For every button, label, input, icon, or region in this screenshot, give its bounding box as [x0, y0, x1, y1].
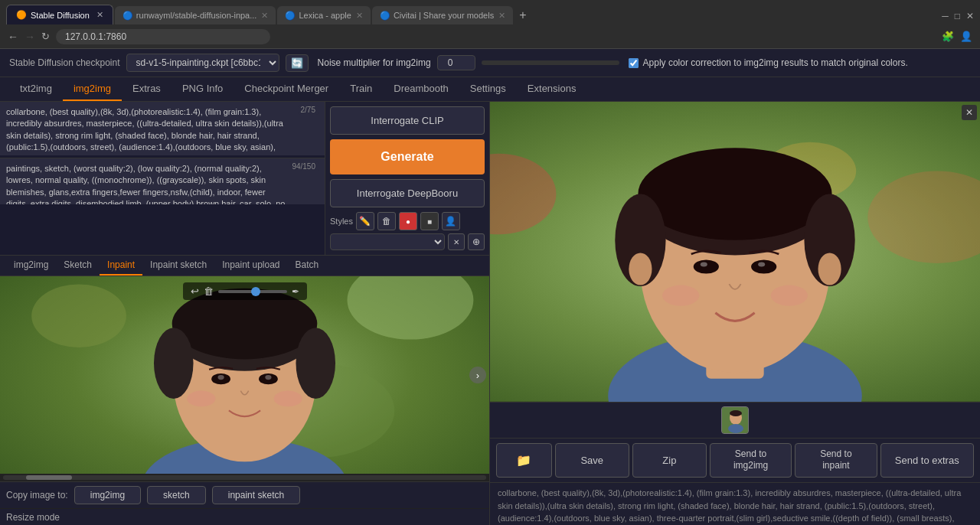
- maximize-button[interactable]: □: [955, 11, 960, 21]
- positive-char-count: 2/75: [298, 105, 318, 115]
- sub-tab-inpaint-sketch[interactable]: Inpaint sketch: [142, 256, 214, 276]
- extensions-icon[interactable]: 🧩: [942, 31, 954, 42]
- tab-extensions[interactable]: Extensions: [517, 77, 587, 101]
- color-correction-section: Apply color correction to img2img result…: [629, 57, 908, 68]
- refresh-checkpoint-button[interactable]: 🔄: [286, 54, 309, 72]
- output-image: [490, 102, 980, 402]
- brush-clear-button[interactable]: 🗑: [204, 285, 214, 297]
- copy-to-inpaint-sketch-button[interactable]: inpaint sketch: [212, 486, 300, 504]
- save-button[interactable]: Save: [555, 443, 629, 478]
- negative-prompt[interactable]: paintings, sketch, (worst quality:2), (l…: [0, 158, 325, 204]
- sub-tab-img2img[interactable]: img2img: [6, 256, 56, 276]
- tab-icon: 🟠: [16, 10, 27, 20]
- style-edit-icon[interactable]: ✏️: [356, 212, 374, 230]
- tab-close3[interactable]: ✕: [356, 11, 363, 21]
- tab-close[interactable]: ✕: [96, 10, 103, 20]
- zip-button[interactable]: Zip: [632, 443, 707, 478]
- svg-point-15: [187, 391, 215, 407]
- style-delete-icon[interactable]: 🗑: [377, 212, 396, 230]
- tab-close4[interactable]: ✕: [498, 11, 505, 21]
- tab-civitai[interactable]: 🔵 Civitai | Share your models ✕: [372, 6, 513, 24]
- styles-add-icon[interactable]: ⊕: [468, 233, 485, 250]
- profile-icon[interactable]: 👤: [960, 31, 972, 42]
- canvas-area[interactable]: ↩ 🗑 ✒ ›: [0, 276, 489, 474]
- tab-img2img[interactable]: img2img: [63, 77, 122, 101]
- send-to-inpaint-button[interactable]: Send toinpaint: [795, 443, 877, 478]
- svg-point-31: [818, 253, 841, 285]
- generate-button[interactable]: Generate: [330, 139, 485, 174]
- noise-input[interactable]: [437, 55, 475, 70]
- tab-stable-diffusion[interactable]: 🟠 Stable Diffusion ✕: [6, 5, 113, 24]
- svg-point-40: [730, 410, 742, 416]
- positive-prompt-container: collarbone, (best quality),(8k, 3d),(pho…: [0, 102, 325, 158]
- svg-point-41: [728, 424, 743, 433]
- canvas-nav-right[interactable]: ›: [469, 367, 486, 383]
- address-input[interactable]: [56, 29, 270, 44]
- main-content: collarbone, (best quality),(8k, 3d),(pho…: [0, 102, 980, 525]
- svg-point-34: [701, 262, 707, 266]
- tab-train[interactable]: Train: [339, 77, 383, 101]
- resize-mode-label: Resize mode: [6, 512, 60, 523]
- main-tab-bar: txt2img img2img Extras PNG Info Checkpoi…: [0, 77, 980, 102]
- refresh-button[interactable]: ↻: [41, 31, 50, 42]
- interrogate-clip-button[interactable]: Interrogate CLIP: [330, 106, 485, 135]
- new-tab-button[interactable]: +: [514, 6, 531, 24]
- tab-lexica[interactable]: 🔵 Lexica - apple ✕: [277, 6, 371, 24]
- sub-tab-inpaint-upload[interactable]: Inpaint upload: [214, 256, 287, 276]
- interrogate-deepbooru-button[interactable]: Interrogate DeepBooru: [330, 179, 485, 207]
- close-button[interactable]: ✕: [966, 11, 974, 21]
- styles-select[interactable]: [330, 233, 445, 250]
- canvas-scrollbar[interactable]: [0, 474, 489, 481]
- svg-point-32: [694, 259, 719, 273]
- output-image-area: ✕: [490, 102, 980, 402]
- positive-prompt[interactable]: collarbone, (best quality),(8k, 3d),(pho…: [0, 102, 325, 155]
- tab-runwayml[interactable]: 🔵 runwayml/stable-diffusion-inpa... ✕: [115, 6, 276, 24]
- sub-tab-inpaint[interactable]: Inpaint: [100, 256, 142, 276]
- tab-icon2: 🔵: [122, 11, 133, 21]
- minimize-button[interactable]: ─: [942, 11, 949, 21]
- send-to-img2img-button[interactable]: Send toimg2img: [710, 443, 792, 478]
- bottom-bar: Copy image to: img2img sketch inpaint sk…: [0, 481, 489, 508]
- tab-dreambooth[interactable]: Dreambooth: [383, 77, 459, 101]
- tab-png-info[interactable]: PNG Info: [172, 77, 234, 101]
- output-caption-text: collarbone, (best quality),(8k, 3d),(pho…: [498, 488, 961, 525]
- tab-extras[interactable]: Extras: [122, 77, 172, 101]
- tab-label3: Lexica - apple: [299, 11, 351, 20]
- checkpoint-label: Stable Diffusion checkpoint: [9, 57, 120, 68]
- browser-controls: ─ □ ✕: [942, 11, 974, 24]
- resize-mode-bar: Resize mode: [0, 508, 489, 525]
- styles-select-row: ✕ ⊕: [330, 233, 485, 250]
- sub-tab-bar: img2img Sketch Inpaint Inpaint sketch In…: [0, 256, 489, 276]
- color-correction-label: Apply color correction to img2img result…: [643, 57, 908, 68]
- tab-txt2img[interactable]: txt2img: [9, 77, 63, 101]
- negative-prompt-container: paintings, sketch, (worst quality:2), (l…: [0, 158, 325, 207]
- style-person-icon[interactable]: 👤: [442, 212, 460, 230]
- send-to-extras-button[interactable]: Send to extras: [880, 443, 974, 478]
- noise-slider[interactable]: [482, 60, 619, 65]
- svg-point-14: [265, 375, 271, 380]
- open-folder-button[interactable]: 📁: [496, 443, 552, 478]
- sub-tab-sketch[interactable]: Sketch: [56, 256, 100, 276]
- checkpoint-select[interactable]: sd-v1-5-inpainting.ckpt [c6bbc15e32]: [126, 54, 279, 72]
- tab-close2[interactable]: ✕: [261, 11, 268, 21]
- output-thumbnail[interactable]: [721, 406, 749, 434]
- brush-undo-button[interactable]: ↩: [191, 285, 199, 297]
- noise-section: Noise multiplier for img2img: [318, 55, 619, 70]
- copy-to-sketch-button[interactable]: sketch: [147, 486, 206, 504]
- output-close-button[interactable]: ✕: [962, 105, 977, 120]
- copy-to-img2img-button[interactable]: img2img: [74, 486, 141, 504]
- back-button[interactable]: ←: [8, 31, 18, 43]
- forward-button[interactable]: →: [24, 31, 35, 43]
- styles-row: Styles ✏️ 🗑 ● ■ 👤: [330, 212, 485, 230]
- tab-label: Stable Diffusion: [31, 11, 90, 20]
- canvas-image: [0, 276, 489, 474]
- style-color1-icon[interactable]: ●: [399, 212, 417, 230]
- sub-tab-batch[interactable]: Batch: [288, 256, 327, 276]
- color-correction-checkbox[interactable]: [629, 58, 639, 68]
- styles-clear-icon[interactable]: ✕: [448, 233, 465, 250]
- svg-point-1: [31, 284, 126, 347]
- tab-checkpoint-merger[interactable]: Checkpoint Merger: [234, 77, 339, 101]
- tab-settings[interactable]: Settings: [459, 77, 517, 101]
- brush-size-slider[interactable]: [218, 290, 287, 293]
- style-dark-icon[interactable]: ■: [420, 212, 439, 230]
